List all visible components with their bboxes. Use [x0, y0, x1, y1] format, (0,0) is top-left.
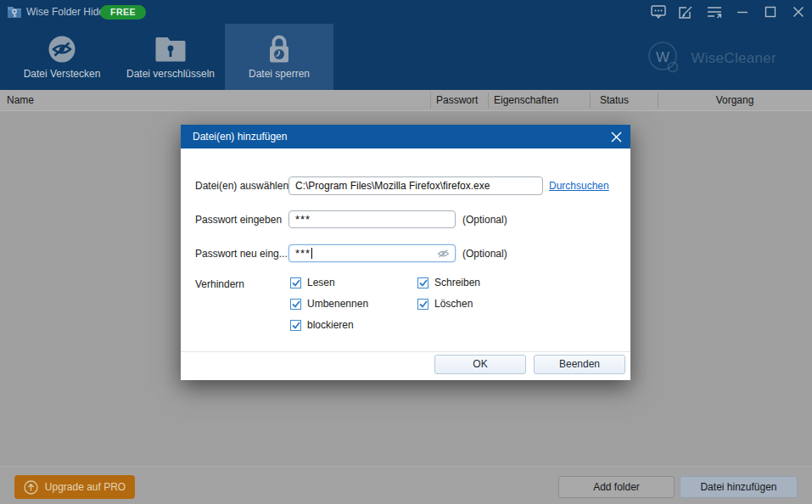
column-header-passwort[interactable]: Passwort [436, 90, 478, 111]
hide-file-icon [47, 33, 77, 65]
upgrade-arrow-icon [24, 480, 38, 495]
list-header: Name Passwort Eigenschaften Status Vorga… [0, 90, 812, 111]
close-icon[interactable] [784, 0, 812, 24]
minimize-icon[interactable] [728, 0, 756, 24]
checkbox-label: blockieren [307, 319, 354, 331]
tab-label: Datei Verstecken [24, 68, 101, 80]
lock-file-icon [266, 33, 293, 65]
wisecleaner-logo-icon: W [647, 41, 680, 76]
password-confirm-input[interactable]: *** [288, 244, 456, 262]
app-logo-icon [7, 4, 22, 20]
tab-datei-verschluesseln[interactable]: Datei verschlüsseln [116, 24, 225, 90]
window-controls [644, 0, 812, 24]
add-file-button[interactable]: Datei hinzufügen [680, 476, 798, 498]
checkbox-label: Lesen [307, 277, 335, 288]
column-header-name[interactable]: Name [7, 90, 34, 111]
checkbox-label: Umbenennen [307, 298, 368, 310]
password-input[interactable] [288, 210, 456, 228]
app-title: Wise Folder Hider [26, 0, 108, 24]
checkbox-umbenennen[interactable]: Umbenennen [290, 298, 368, 310]
add-files-dialog: Datei(en) hinzufügen Datei(en) auswählen… [181, 125, 630, 380]
upgrade-pro-button[interactable]: Upgrade auf PRO [14, 475, 135, 499]
text-caret [311, 248, 312, 259]
column-header-eigenschaften[interactable]: Eigenschaften [494, 90, 558, 111]
maximize-icon[interactable] [756, 0, 784, 24]
file-select-label: Datei(en) auswählen [195, 176, 288, 195]
column-header-vorgang[interactable]: Vorgang [658, 90, 812, 111]
column-separator [590, 92, 591, 109]
edit-note-icon[interactable] [672, 0, 700, 24]
checkbox-checked-icon [417, 277, 428, 288]
checkbox-label: Schreiben [434, 277, 480, 288]
password-optional-hint: (Optional) [462, 210, 507, 229]
checkbox-schreiben[interactable]: Schreiben [417, 277, 480, 288]
checkbox-checked-icon [290, 320, 301, 331]
add-folder-button[interactable]: Add folder [558, 476, 675, 498]
password-label: Passwort eingeben [195, 210, 282, 229]
app-window: Wise Folder Hider FREE [0, 0, 812, 504]
tab-datei-sperren[interactable]: Datei sperren [225, 24, 333, 90]
feedback-icon[interactable] [644, 0, 672, 24]
main-nav: Datei Verstecken Datei verschlüsseln [0, 24, 812, 90]
titlebar: Wise Folder Hider FREE [0, 0, 812, 24]
checkbox-blockieren[interactable]: blockieren [290, 319, 354, 331]
prevent-label: Verhindern [195, 278, 244, 290]
wisecleaner-watermark: W WiseCleaner [647, 41, 776, 76]
cancel-button[interactable]: Beenden [534, 355, 625, 374]
checkbox-loeschen[interactable]: Löschen [417, 298, 473, 310]
password-confirm-optional-hint: (Optional) [462, 244, 507, 263]
checkbox-checked-icon [417, 299, 428, 310]
checkbox-label: Löschen [434, 298, 473, 310]
column-separator [658, 92, 658, 109]
column-separator [430, 92, 431, 109]
license-badge: FREE [100, 5, 146, 20]
checkbox-lesen[interactable]: Lesen [290, 277, 335, 288]
column-header-status[interactable]: Status [600, 90, 629, 111]
bottom-bar: Upgrade auf PRO Add folder Datei hinzufü… [0, 466, 812, 504]
upgrade-pro-label: Upgrade auf PRO [45, 481, 126, 493]
tab-datei-verstecken[interactable]: Datei Verstecken [8, 24, 116, 90]
tab-label: Datei sperren [249, 68, 310, 80]
svg-text:W: W [656, 49, 669, 65]
ok-button[interactable]: OK [434, 355, 526, 374]
checkbox-checked-icon [290, 277, 301, 288]
show-password-eye-icon[interactable] [437, 249, 450, 261]
password-confirm-value: *** [295, 247, 311, 260]
column-separator [488, 92, 489, 109]
dialog-close-icon[interactable] [610, 131, 623, 143]
dialog-footer-separator [181, 351, 630, 352]
checkbox-checked-icon [290, 299, 301, 310]
menu-icon[interactable] [700, 0, 728, 24]
dialog-titlebar: Datei(en) hinzufügen [181, 125, 630, 148]
file-path-input[interactable] [288, 176, 543, 195]
encrypt-folder-icon [154, 33, 187, 65]
browse-link[interactable]: Durchsuchen [549, 176, 609, 195]
password-confirm-label: Passwort neu eing... [195, 244, 288, 263]
wisecleaner-watermark-text: WiseCleaner [691, 50, 776, 67]
tab-label: Datei verschlüsseln [126, 68, 215, 80]
dialog-title: Datei(en) hinzufügen [193, 125, 287, 148]
